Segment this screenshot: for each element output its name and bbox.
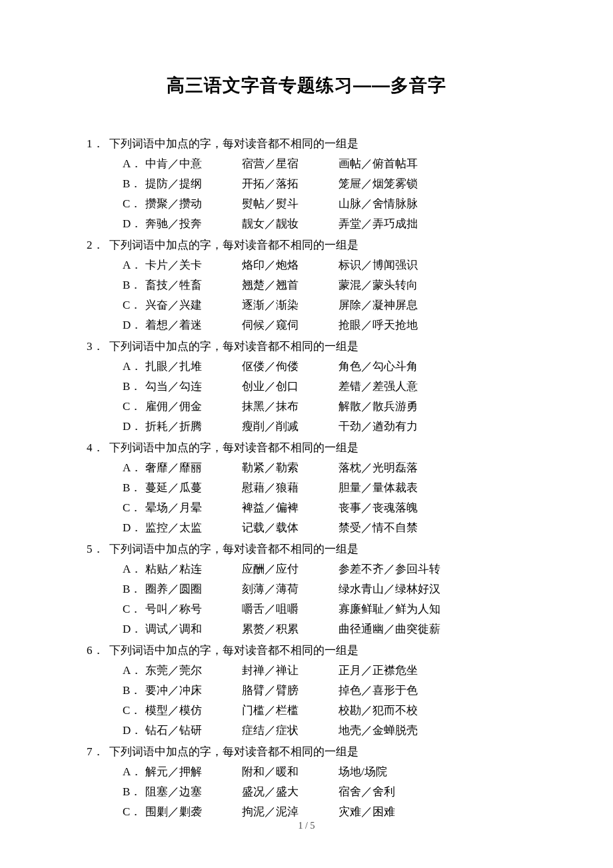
option-pair: 症结／症状 [242,721,338,741]
option-pair: 山脉／舍情脉脉 [338,194,418,214]
option-row: C．晕场／月晕裨益／偏裨丧事／丧魂落魄 [87,498,526,518]
option-pair: 绿水青山／绿林好汉 [338,579,440,599]
question: 4．下列词语中加点的字，每对读音都不相同的一组是A．奢靡／靡丽勒紧／勒索落枕／光… [87,438,526,538]
question-stem: 4．下列词语中加点的字，每对读音都不相同的一组是 [87,438,526,458]
question: 7．下列词语中加点的字，每对读音都不相同的一组是A．解元／押解附和／暖和场地/场… [87,742,526,822]
option-pair: 解元／押解 [145,762,242,782]
option-pair: 勾当／勾连 [145,377,242,397]
question-stem-text: 下列词语中加点的字，每对读音都不相同的一组是 [109,641,358,661]
option-pair: 伛偻／佝偻 [242,357,338,377]
document-title: 高三语文字音专题练习——多音字 [87,73,526,97]
option-pair: 奢靡／靡丽 [145,458,242,478]
option-pair: 拘泥／泥淖 [242,802,338,822]
option-letter: B． [123,579,145,599]
page-number-footer: 1 / 5 [0,821,613,831]
option-pair: 记载／载体 [242,518,338,538]
option-pair: 提防／提纲 [145,174,242,194]
option-letter: C． [123,295,145,315]
option-pair: 封禅／禅让 [242,661,338,681]
option-letter: B． [123,782,145,802]
question-stem-text: 下列词语中加点的字，每对读音都不相同的一组是 [109,539,358,559]
option-pair: 中肯／中意 [145,154,242,174]
option-pair: 熨帖／熨斗 [242,194,338,214]
option-letter: D． [123,417,145,437]
question: 2．下列词语中加点的字，每对读音都不相同的一组是A．卡片／关卡烙印／炮烙标识／博… [87,235,526,335]
option-pair: 钻石／钻研 [145,721,242,741]
option-pair: 勒紧／勒索 [242,458,338,478]
question-stem-text: 下列词语中加点的字，每对读音都不相同的一组是 [109,438,358,458]
question-number: 5． [87,539,109,559]
option-letter: A． [123,762,145,782]
option-pair: 解散／散兵游勇 [338,397,418,417]
question: 5．下列词语中加点的字，每对读音都不相同的一组是A．粘贴／粘连应酬／应付参差不齐… [87,539,526,639]
option-row: D．着想／着迷伺候／窥伺抢眼／呼天抢地 [87,315,526,335]
option-letter: C． [123,701,145,721]
option-row: D．监控／太监记载／载体禁受／情不自禁 [87,518,526,538]
option-pair: 胳臂／臂膀 [242,681,338,701]
option-pair: 标识／博闻强识 [338,255,418,275]
option-letter: A． [123,559,145,579]
question-stem-text: 下列词语中加点的字，每对读音都不相同的一组是 [109,337,358,357]
question-number: 1． [87,134,109,154]
option-row: C．围剿／剿袭拘泥／泥淖灾难／困难 [87,802,526,822]
option-pair: 差错／差强人意 [338,377,418,397]
question-stem-text: 下列词语中加点的字，每对读音都不相同的一组是 [109,134,358,154]
option-row: B．畜技／牲畜翘楚／翘首蒙混／蒙头转向 [87,275,526,295]
option-pair: 伺候／窥伺 [242,315,338,335]
option-pair: 抹黑／抹布 [242,397,338,417]
question-number: 2． [87,235,109,255]
option-row: A．扎眼／扎堆伛偻／佝偻角色／勾心斗角 [87,357,526,377]
question-number: 3． [87,337,109,357]
option-row: B．提防／提纲开拓／落拓笼屉／烟笼雾锁 [87,174,526,194]
option-pair: 正月／正襟危坐 [338,661,418,681]
option-pair: 模型／模仿 [145,701,242,721]
question-number: 6． [87,641,109,661]
option-row: B．阻塞／边塞盛况／盛大宿舍／舍利 [87,782,526,802]
option-pair: 监控／太监 [145,518,242,538]
option-letter: A． [123,661,145,681]
option-row: A．卡片／关卡烙印／炮烙标识／博闻强识 [87,255,526,275]
option-letter: A． [123,458,145,478]
option-row: D．钻石／钻研症结／症状地壳／金蝉脱壳 [87,721,526,741]
option-letter: B． [123,377,145,397]
option-row: D．调试／调和累赘／积累曲径通幽／曲突徙薪 [87,619,526,639]
option-letter: D． [123,721,145,741]
option-pair: 丧事／丧魂落魄 [338,498,418,518]
option-pair: 胆量／量体裁表 [338,478,418,498]
option-pair: 调试／调和 [145,619,242,639]
option-row: C．雇佣／佣金抹黑／抹布解散／散兵游勇 [87,397,526,417]
option-row: C．模型／模仿门槛／栏槛校勘／犯而不校 [87,701,526,721]
option-row: B．勾当／勾连创业／创口差错／差强人意 [87,377,526,397]
option-pair: 门槛／栏槛 [242,701,338,721]
option-row: B．圈养／圆圈刻薄／薄荷绿水青山／绿林好汉 [87,579,526,599]
option-pair: 围剿／剿袭 [145,802,242,822]
option-pair: 屏除／凝神屏息 [338,295,418,315]
option-pair: 寡廉鲜耻／鲜为人知 [338,599,440,619]
option-row: A．东莞／莞尔封禅／禅让正月／正襟危坐 [87,661,526,681]
option-pair: 翘楚／翘首 [242,275,338,295]
option-pair: 地壳／金蝉脱壳 [338,721,418,741]
question-stem: 1．下列词语中加点的字，每对读音都不相同的一组是 [87,134,526,154]
option-letter: B． [123,478,145,498]
option-pair: 灾难／困难 [338,802,395,822]
option-row: C．兴奋／兴建逐渐／渐染屏除／凝神屏息 [87,295,526,315]
option-pair: 笼屉／烟笼雾锁 [338,174,418,194]
option-pair: 画帖／俯首帖耳 [338,154,418,174]
questions-container: 1．下列词语中加点的字，每对读音都不相同的一组是A．中肯／中意宿营／星宿画帖／俯… [87,134,526,822]
option-pair: 靓女／靓妆 [242,214,338,234]
option-pair: 畜技／牲畜 [145,275,242,295]
question-stem-text: 下列词语中加点的字，每对读音都不相同的一组是 [109,235,358,255]
option-letter: D． [123,214,145,234]
option-row: D．折耗／折腾瘦削／削减干劲／遒劲有力 [87,417,526,437]
option-letter: B． [123,275,145,295]
option-row: B．蔓延／瓜蔓慰藉／狼藉胆量／量体裁表 [87,478,526,498]
option-pair: 宿舍／舍利 [338,782,395,802]
option-pair: 累赘／积累 [242,619,338,639]
question-stem: 3．下列词语中加点的字，每对读音都不相同的一组是 [87,337,526,357]
option-pair: 场地/场院 [338,762,387,782]
question: 6．下列词语中加点的字，每对读音都不相同的一组是A．东莞／莞尔封禅／禅让正月／正… [87,641,526,741]
question-number: 4． [87,438,109,458]
option-letter: C． [123,599,145,619]
question-stem-text: 下列词语中加点的字，每对读音都不相同的一组是 [109,742,358,762]
option-row: A．粘贴／粘连应酬／应付参差不齐／参回斗转 [87,559,526,579]
